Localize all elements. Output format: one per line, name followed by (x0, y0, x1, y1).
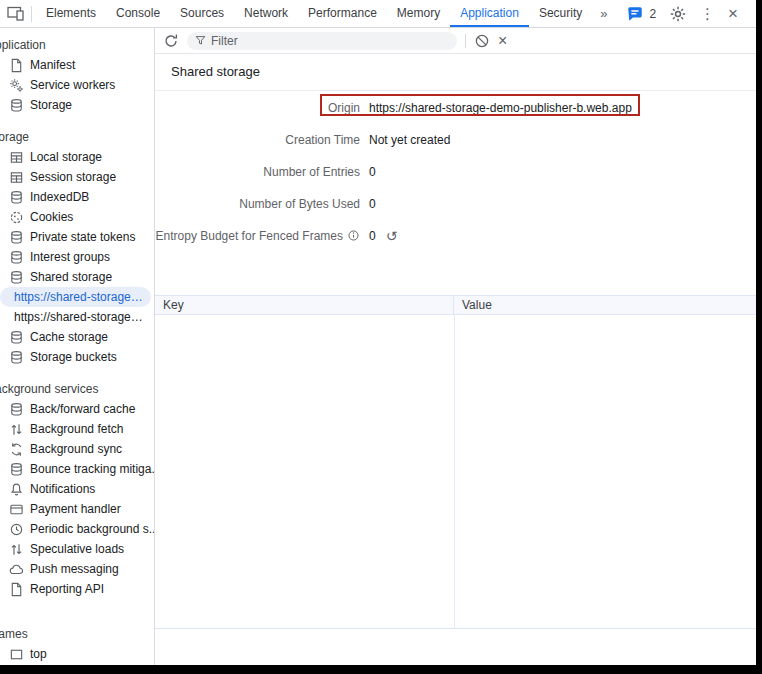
sidebar-item-interest-groups[interactable]: Interest groups (0, 247, 154, 267)
sidebar-item-label: Cookies (30, 210, 73, 224)
tab-application[interactable]: Application (450, 0, 529, 27)
column-header-value[interactable]: Value (454, 296, 762, 314)
sidebar-item-https-shared-storage-d[interactable]: https://shared-storage-d... (0, 287, 151, 307)
sidebar-item-label: Payment handler (30, 502, 121, 516)
report-label: Number of Entries (155, 165, 360, 179)
sidebar-item-reporting-api[interactable]: Reporting API (0, 579, 154, 599)
tab-elements[interactable]: Elements (36, 0, 106, 27)
shared-storage-panel: × Shared storage Originhttps://shared-st… (155, 28, 762, 674)
sidebar-section-background-services: Background servicesBack/forward cacheBac… (0, 380, 154, 599)
tab-performance[interactable]: Performance (298, 0, 387, 27)
more-tabs-chevron-icon[interactable]: » (592, 6, 615, 21)
sidebar-item-storage-buckets[interactable]: Storage buckets (0, 347, 154, 367)
panel-tabs: ElementsConsoleSourcesNetworkPerformance… (36, 0, 592, 27)
screenshot-bottom-edge (0, 665, 762, 674)
close-devtools-icon[interactable]: × (728, 5, 738, 22)
sidebar-item-background-fetch[interactable]: Background fetch (0, 419, 154, 439)
report-value-text: 0 (369, 197, 376, 211)
sidebar-item-manifest[interactable]: Manifest (0, 55, 154, 75)
section-title: Frames (0, 625, 154, 644)
report-label-text: Entropy Budget for Fenced Frames (156, 229, 343, 243)
database-icon (8, 189, 24, 205)
sidebar-item-indexeddb[interactable]: IndexedDB (0, 187, 154, 207)
table-icon (8, 149, 24, 165)
sidebar-item-label: Session storage (30, 170, 116, 184)
sidebar-item-private-state-tokens[interactable]: Private state tokens (0, 227, 154, 247)
device-toolbar-icon[interactable] (7, 6, 25, 22)
report-label-text: Creation Time (285, 133, 360, 147)
tab-network[interactable]: Network (234, 0, 298, 27)
report-value-text: Not yet created (369, 133, 450, 147)
sidebar-item-label: Periodic background s... (30, 522, 155, 536)
metadata-report: Originhttps://shared-storage-demo-publis… (155, 91, 762, 245)
shared-storage-content: Shared storage Originhttps://shared-stor… (155, 54, 762, 674)
close-filter-icon[interactable]: × (498, 33, 507, 49)
database-icon (8, 97, 24, 113)
clear-block-icon[interactable] (474, 33, 490, 49)
document-icon (8, 57, 24, 73)
report-value: 0↺ (369, 229, 397, 243)
sidebar-item-cookies[interactable]: Cookies (0, 207, 154, 227)
tab-console[interactable]: Console (106, 0, 170, 27)
sidebar-item-notifications[interactable]: Notifications (0, 479, 154, 499)
sidebar-item-label: Storage (30, 98, 72, 112)
cookie-icon (8, 209, 24, 225)
sidebar-item-storage[interactable]: Storage (0, 95, 154, 115)
sidebar-item-label: Manifest (30, 58, 75, 72)
sidebar-item-label: Background sync (30, 442, 122, 456)
document-icon (8, 581, 24, 597)
toolbar-separator (465, 34, 466, 48)
sidebar-section-application: ApplicationManifestService workersStorag… (0, 36, 154, 115)
tabbar-right-controls: 2 ⋮ × (626, 5, 762, 22)
sidebar-item-label: Notifications (30, 482, 95, 496)
screenshot-right-edge (756, 0, 762, 674)
sidebar-item-push-messaging[interactable]: Push messaging (0, 559, 154, 579)
sidebar-item-background-sync[interactable]: Background sync (0, 439, 154, 459)
sidebar-item-session-storage[interactable]: Session storage (0, 167, 154, 187)
tabbar-separator (31, 6, 32, 22)
report-value: 0 (369, 197, 376, 211)
sidebar-item-shared-storage[interactable]: Shared storage (0, 267, 154, 287)
info-icon[interactable] (347, 229, 360, 242)
issues-count-label: 2 (649, 7, 656, 21)
sidebar-item-label: Reporting API (30, 582, 104, 596)
issues-counter[interactable]: 2 (626, 6, 656, 22)
report-value-text: 0 (369, 165, 376, 179)
refresh-icon[interactable] (163, 33, 179, 49)
datagrid-body[interactable] (155, 315, 762, 629)
report-row-number-of-bytes-used: Number of Bytes Used0 (155, 194, 762, 213)
entries-datagrid: Key Value (155, 295, 762, 629)
sidebar-item-service-workers[interactable]: Service workers (0, 75, 154, 95)
sidebar-item-periodic-background-s[interactable]: Periodic background s... (0, 519, 154, 539)
report-value: Not yet created (369, 133, 450, 147)
frame-icon (8, 646, 24, 662)
payment-card-icon (8, 501, 24, 517)
sidebar-item-https-shared-storage-d[interactable]: https://shared-storage-d... (0, 307, 154, 327)
section-title: Storage (0, 128, 154, 147)
tab-sources[interactable]: Sources (170, 0, 234, 27)
section-title: Background services (0, 380, 154, 399)
database-icon (8, 329, 24, 345)
sidebar-item-bounce-tracking-mitiga[interactable]: Bounce tracking mitiga... (0, 459, 154, 479)
column-resize-handle[interactable] (454, 315, 455, 628)
column-header-key[interactable]: Key (155, 296, 454, 314)
tab-memory[interactable]: Memory (387, 0, 450, 27)
database-icon (8, 461, 24, 477)
bell-icon (8, 481, 24, 497)
report-label: Entropy Budget for Fenced Frames (155, 229, 360, 243)
sidebar-item-label: Storage buckets (30, 350, 117, 364)
sidebar-item-label: Cache storage (30, 330, 108, 344)
sidebar-item-top[interactable]: top (0, 644, 154, 664)
more-options-icon[interactable]: ⋮ (700, 6, 715, 21)
sidebar-item-back-forward-cache[interactable]: Back/forward cache (0, 399, 154, 419)
database-icon (8, 269, 24, 285)
settings-gear-icon[interactable] (669, 6, 687, 22)
sidebar-item-cache-storage[interactable]: Cache storage (0, 327, 154, 347)
issues-icon (626, 6, 644, 22)
sidebar-item-local-storage[interactable]: Local storage (0, 147, 154, 167)
tab-security[interactable]: Security (529, 0, 592, 27)
filter-input[interactable] (211, 34, 449, 48)
reset-budget-icon[interactable]: ↺ (386, 229, 398, 243)
sidebar-item-speculative-loads[interactable]: Speculative loads (0, 539, 154, 559)
sidebar-item-payment-handler[interactable]: Payment handler (0, 499, 154, 519)
